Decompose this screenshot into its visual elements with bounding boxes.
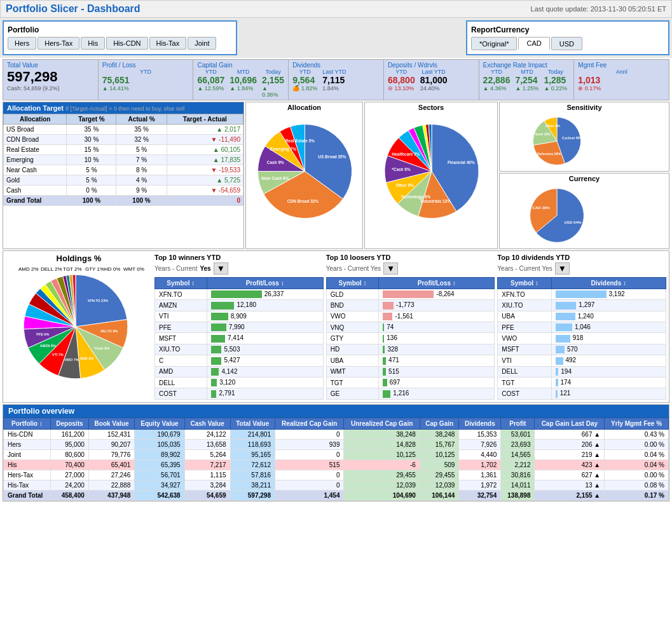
list-item: 26,337: [207, 289, 323, 300]
ov-row-capgain: 12,039: [420, 480, 459, 490]
ov-row-equity: 190,679: [135, 429, 184, 439]
overview-table: Portfolio ↕ Deposits Book Value Equity V…: [3, 418, 669, 501]
svg-text:Technology 8%: Technology 8%: [401, 194, 430, 200]
alloc-col-target: Target %: [67, 114, 116, 125]
loosers-title: Top 10 loosers YTD: [326, 254, 495, 261]
alloc-row-actual: 9 %: [116, 186, 167, 196]
alloc-row-target: 5 %: [67, 165, 116, 175]
ov-row-realized: 0: [275, 429, 344, 439]
ov-row-cgld: 219 ▲: [535, 449, 605, 460]
cg-today-label: Today: [262, 69, 284, 75]
ov-col-profit: Profit: [501, 418, 535, 429]
cg-ytd-label: YTD: [197, 69, 224, 75]
list-item: TGT: [498, 377, 551, 388]
alloc-row-name: US Broad: [4, 125, 67, 135]
ov-row-realized: 1,454: [275, 490, 344, 500]
profit-value: 75,651: [102, 75, 189, 85]
ov-row-profit: 14,565: [501, 449, 535, 460]
allocation-subtitle: If [Target-Actual] > 0 then need to buy,…: [65, 106, 184, 112]
ov-row-equity: 34,927: [135, 480, 184, 490]
list-item: 174: [551, 377, 666, 388]
list-item: 7,414: [207, 333, 323, 344]
ov-row-cgld: 2,155 ▲: [535, 490, 605, 500]
alloc-row-actual: 32 %: [116, 135, 167, 145]
mgmt-fee-value: 1,013: [578, 75, 665, 85]
alloc-row-diff: ▲ 17,835: [167, 155, 243, 165]
ov-col-deposits: Deposits: [51, 418, 89, 429]
ov-row-profit: 53,601: [501, 429, 535, 439]
tab-hers[interactable]: Hers: [8, 37, 36, 50]
list-item: 8,909: [207, 311, 323, 322]
winners-table: Symbol ↕ Profit/Loss ↕ XFN.TO 26,337 AMZ…: [154, 277, 324, 400]
tab-cad[interactable]: CAD: [518, 37, 549, 50]
portfolio-label: Portfolio: [8, 25, 232, 34]
holdings-pie-container: AMD 2% DELL 2% TGT 2% GTY 1% HD 0% WMT 0…: [6, 263, 152, 391]
ov-row-deposits: 458,400: [51, 490, 89, 500]
svg-text:Other 8%: Other 8%: [396, 183, 415, 187]
list-item: 74: [379, 322, 495, 333]
tab-usd[interactable]: USD: [551, 37, 582, 50]
dividends-title: Top 10 dividends YTD: [497, 254, 666, 261]
alloc-row-diff: ▲ 2,017: [167, 125, 243, 135]
ov-row-cash: 24,122: [184, 429, 230, 439]
ov-row-dividends: 32,754: [459, 490, 501, 500]
list-item: 471: [379, 355, 495, 366]
alloc-row-name: Real Estate: [4, 145, 67, 155]
alloc-row-name: Emerging: [4, 155, 67, 165]
exch-mtd-pct: ▲ 1.25%: [515, 85, 538, 92]
dividends-label: Dividends: [292, 62, 380, 69]
winners-title: Top 10 winners YTD: [154, 254, 324, 261]
list-item: 194: [551, 366, 666, 377]
alloc-row-target: 5 %: [67, 175, 116, 186]
cg-mtd-pct: ▲ 1.84%: [230, 85, 257, 92]
ov-row-cgld: 423 ▲: [535, 460, 605, 470]
tab-joint[interactable]: Joint: [188, 37, 216, 50]
holdings-labels: AMD 2% DELL 2% TGT 2% GTY 1% HD 0% WMT 0…: [6, 263, 152, 391]
winners-filter-btn[interactable]: ▼: [214, 262, 228, 275]
ov-row-cash: 5,264: [184, 449, 230, 460]
top-loosers-panel: Top 10 loosers YTD Years - Current Yes ▼…: [326, 254, 495, 400]
list-item: AMD: [155, 366, 207, 377]
tab-his-tax[interactable]: His-Tax: [149, 37, 187, 50]
sensitivity-panel: Sensitivity Cyclical 45%Defensive 28%Sem…: [499, 102, 669, 172]
app-title: Portfolio Slicer - Dashboard: [6, 3, 141, 15]
top-dividends-panel: Top 10 dividends YTD Years - Current Yes…: [497, 254, 666, 400]
ov-row-cgld: 13 ▲: [535, 480, 605, 490]
allocation-pie-panel: Allocation US Broad 35%CDN Broad 32%Near…: [245, 102, 363, 249]
ov-row-book: 22,888: [88, 480, 134, 490]
list-item: 3,120: [207, 377, 323, 388]
currency-pie-chart: USD 64%CAD 36%: [500, 184, 614, 247]
ov-row-book: 152,431: [88, 429, 134, 439]
exchange-label: Exchange Rate Impact: [483, 62, 570, 69]
ov-row-name: Hers-Tax: [4, 470, 51, 480]
list-item: 121: [551, 388, 666, 399]
loosers-filter-btn[interactable]: ▼: [383, 262, 398, 275]
list-item: PFE: [155, 322, 207, 333]
svg-text:US Broad 35%: US Broad 35%: [318, 154, 346, 159]
allocation-table: Allocation Target % Actual % Target - Ac…: [3, 114, 243, 206]
list-item: VWO: [326, 311, 379, 322]
tab-original[interactable]: *Original*: [471, 37, 517, 50]
tab-his[interactable]: His: [81, 37, 105, 50]
ov-row-unrealized: 104,690: [344, 490, 420, 500]
metrics-row: Total Value 597,298 Cash: 54,659 (9.2%) …: [3, 59, 669, 100]
ov-row-equity: 542,638: [135, 490, 184, 500]
dividends-filter-btn[interactable]: ▼: [555, 262, 570, 275]
capital-gain-cell: Capital Gain YTD 66,087 ▲ 12.59% MTD 10,…: [193, 60, 289, 100]
ov-row-profit: 23,693: [501, 439, 535, 449]
alloc-row-diff: ▲ 60,105: [167, 145, 243, 155]
alloc-row-name: CDN Broad: [4, 135, 67, 145]
currency-box: ReportCurrency *Original* CAD USD: [466, 20, 669, 55]
right-charts: Sensitivity Cyclical 45%Defensive 28%Sem…: [499, 102, 669, 249]
tab-his-cdn[interactable]: His-CDN: [106, 37, 147, 50]
ov-row-realized: 515: [275, 460, 344, 470]
ov-row-book: 27,246: [88, 470, 134, 480]
tab-hers-tax[interactable]: Hers-Tax: [38, 37, 79, 50]
profit-pct: ▲ 14.41%: [102, 85, 189, 92]
total-cash: Cash: 54,659 (9.2%): [7, 85, 94, 92]
ov-col-equity: Equity Value: [135, 418, 184, 429]
mgmt-fee-pct: ⊗ 0.17%: [578, 85, 665, 92]
list-item: XFN.TO: [498, 289, 551, 300]
ov-row-profit: 2,212: [501, 460, 535, 470]
dividends-cell: Dividends YTD 9,564 🍊 1.82% Last YTD 7,1…: [289, 60, 384, 100]
